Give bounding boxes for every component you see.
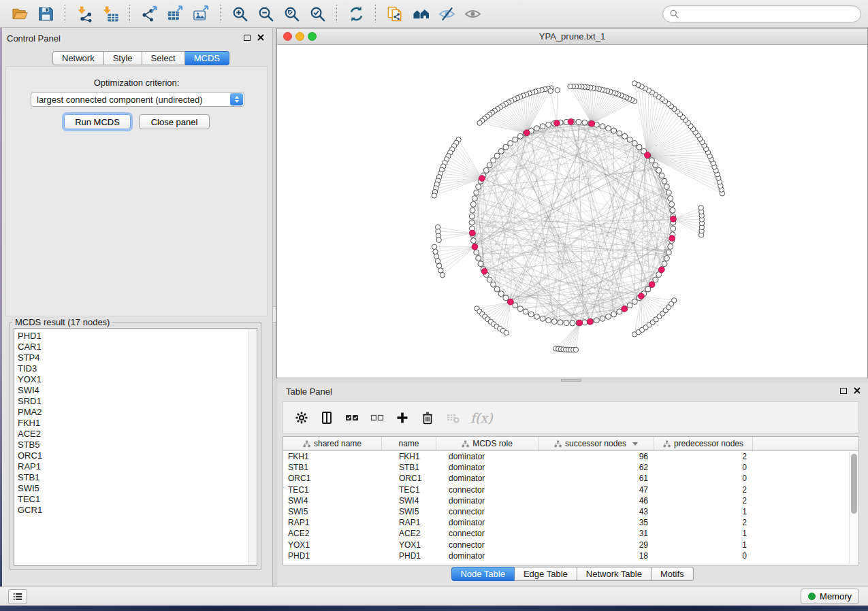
table-cell[interactable]: 2: [654, 495, 753, 506]
window-minimize-button[interactable]: [295, 32, 304, 41]
tab-mcds[interactable]: MCDS: [185, 51, 229, 65]
table-cell[interactable]: 1: [654, 540, 753, 550]
table-row[interactable]: SWI5SWI5connector431: [283, 506, 858, 517]
mcds-result-item[interactable]: SWI5: [16, 483, 246, 494]
mcds-result-item[interactable]: CAR1: [16, 342, 246, 352]
table-cell[interactable]: 29: [539, 540, 654, 550]
function-builder-button[interactable]: f(x): [470, 410, 493, 425]
mcds-result-item[interactable]: STB5: [16, 440, 246, 450]
table-cell[interactable]: SWI5: [382, 506, 436, 517]
mcds-result-item[interactable]: ORC1: [16, 450, 246, 461]
table-cell[interactable]: dominator: [436, 462, 539, 473]
mcds-node[interactable]: [553, 120, 560, 126]
mcds-node[interactable]: [671, 216, 677, 222]
table-cell[interactable]: 43: [539, 506, 654, 517]
table-cell[interactable]: connector: [436, 528, 539, 539]
open-file-button[interactable]: [8, 3, 31, 24]
zoom-selected-button[interactable]: [306, 3, 329, 24]
toolbar-search[interactable]: [662, 5, 861, 22]
window-zoom-button[interactable]: [308, 32, 317, 41]
column-header-shared-name[interactable]: shared name: [283, 437, 382, 450]
mcds-node[interactable]: [469, 230, 475, 236]
table-cell[interactable]: ACE2: [382, 528, 436, 539]
table-row[interactable]: SWI4SWI4dominator462: [283, 495, 858, 506]
mcds-node[interactable]: [589, 120, 595, 127]
criterion-select[interactable]: largest connected component (undirected): [31, 92, 244, 107]
table-cell[interactable]: dominator: [436, 517, 539, 528]
table-cell[interactable]: ORC1: [382, 473, 436, 484]
zoom-out-button[interactable]: [254, 3, 277, 24]
table-cell[interactable]: RAP1: [382, 517, 436, 528]
table-cell[interactable]: RAP1: [283, 517, 382, 528]
table-cell[interactable]: 1: [654, 506, 753, 517]
zoom-in-button[interactable]: [228, 3, 251, 24]
sort-indicator-icon[interactable]: [632, 442, 638, 446]
select-all-button[interactable]: [342, 406, 362, 430]
mcds-result-item[interactable]: SWI4: [16, 385, 246, 396]
mcds-result-item[interactable]: FKH1: [16, 418, 246, 429]
import-network-button[interactable]: [73, 3, 96, 24]
table-cell[interactable]: 0: [654, 462, 753, 473]
tab-node-table[interactable]: Node Table: [451, 567, 515, 581]
table-cell[interactable]: FKH1: [382, 451, 436, 462]
mcds-node[interactable]: [479, 176, 485, 182]
table-cell[interactable]: ACE2: [283, 528, 382, 539]
add-row-button[interactable]: [392, 406, 413, 430]
duplicate-network-button[interactable]: [383, 3, 406, 24]
column-header-predecessor-nodes[interactable]: predecessor nodes: [654, 437, 753, 450]
table-row[interactable]: ORC1ORC1dominator610: [283, 473, 858, 484]
table-row[interactable]: RAP1RAP1dominator352: [283, 517, 858, 528]
table-cell[interactable]: connector: [436, 540, 539, 550]
first-neighbors-button[interactable]: [409, 3, 432, 24]
tab-edge-table[interactable]: Edge Table: [515, 567, 577, 581]
column-header-mcds-role[interactable]: MCDS role: [436, 437, 539, 450]
save-session-button[interactable]: [34, 3, 57, 24]
table-row[interactable]: TEC1TEC1connector472: [283, 484, 858, 495]
table-cell[interactable]: 47: [539, 484, 654, 495]
table-cell[interactable]: 1: [654, 528, 753, 539]
table-cell[interactable]: TEC1: [382, 484, 436, 495]
table-cell[interactable]: 96: [539, 451, 654, 462]
table-cell[interactable]: connector: [436, 484, 539, 495]
table-cell[interactable]: 2: [654, 451, 753, 462]
mcds-node[interactable]: [639, 293, 645, 299]
hide-selected-button[interactable]: [435, 3, 458, 24]
table-row[interactable]: FKH1FKH1dominator962: [283, 451, 858, 462]
mcds-result-item[interactable]: YOX1: [16, 374, 246, 385]
table-row[interactable]: STB1STB1dominator620: [283, 462, 858, 473]
table-cell[interactable]: SWI5: [283, 506, 382, 517]
tab-select[interactable]: Select: [142, 51, 185, 65]
mcds-result-item[interactable]: PMA2: [16, 407, 246, 418]
import-table-button[interactable]: [99, 3, 122, 24]
table-cell[interactable]: 2: [654, 484, 753, 495]
table-row[interactable]: YOX1YOX1connector291: [283, 540, 858, 550]
network-canvas[interactable]: [277, 45, 867, 378]
table-cell[interactable]: 0: [654, 473, 753, 484]
tab-motifs[interactable]: Motifs: [652, 567, 694, 581]
table-cell[interactable]: ORC1: [283, 473, 382, 484]
table-cell[interactable]: 0: [654, 550, 753, 561]
table-cell[interactable]: PHD1: [283, 550, 382, 561]
close-panel-icon[interactable]: [854, 387, 861, 394]
deselect-all-button[interactable]: [367, 406, 387, 430]
table-cell[interactable]: YOX1: [283, 540, 382, 550]
search-input[interactable]: [683, 9, 854, 19]
show-columns-button[interactable]: [317, 406, 337, 430]
float-panel-icon[interactable]: [244, 35, 251, 41]
table-cell[interactable]: connector: [436, 506, 539, 517]
mcds-result-item[interactable]: SRD1: [16, 396, 246, 407]
mcds-result-item[interactable]: RAP1: [16, 461, 246, 472]
task-history-button[interactable]: [8, 589, 27, 604]
mcds-node[interactable]: [481, 268, 487, 274]
table-cell[interactable]: dominator: [436, 550, 539, 561]
mcds-node[interactable]: [472, 244, 478, 250]
tab-style[interactable]: Style: [104, 51, 142, 65]
run-mcds-button[interactable]: Run MCDS: [64, 114, 131, 129]
mcds-result-item[interactable]: ACE2: [16, 429, 246, 440]
float-panel-icon[interactable]: [840, 388, 847, 394]
table-cell[interactable]: 61: [539, 473, 654, 484]
mcds-result-item[interactable]: TEC1: [16, 494, 246, 505]
tab-network-table[interactable]: Network Table: [577, 567, 652, 581]
mcds-node[interactable]: [649, 282, 655, 288]
table-cell[interactable]: dominator: [436, 451, 539, 462]
